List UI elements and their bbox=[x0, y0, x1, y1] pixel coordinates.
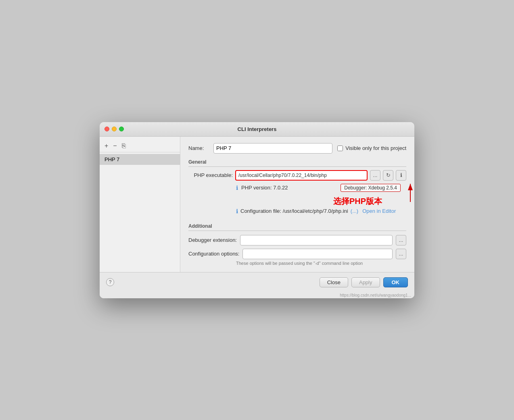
php-executable-label: PHP executable: bbox=[188, 172, 233, 178]
name-row: Name: Visible only for this project bbox=[188, 143, 406, 154]
php-executable-info-button[interactable]: ℹ bbox=[396, 170, 406, 181]
copy-interpreter-button[interactable]: ⎘ bbox=[121, 142, 127, 150]
additional-section: Additional Debugger extension: ... Confi… bbox=[188, 223, 406, 266]
general-section-title: General bbox=[188, 159, 406, 167]
php-version-icon: ℹ bbox=[236, 185, 238, 191]
additional-section-title: Additional bbox=[188, 223, 406, 231]
general-section: General PHP executable: ... ↻ ℹ ℹ PHP ve… bbox=[188, 159, 406, 214]
traffic-lights bbox=[104, 127, 124, 131]
debugger-extension-input[interactable] bbox=[240, 235, 393, 245]
debugger-extension-label: Debugger extension: bbox=[188, 237, 237, 243]
debugger-extension-browse-button[interactable]: ... bbox=[396, 235, 406, 245]
php-executable-refresh-button[interactable]: ↻ bbox=[383, 170, 393, 181]
apply-button[interactable]: Apply bbox=[351, 277, 380, 287]
watermark: https://blog.csdn.net/u/wangyaodong1... bbox=[100, 292, 414, 298]
php-executable-browse-button[interactable]: ... bbox=[370, 170, 380, 181]
config-options-row: Configuration options: ... bbox=[188, 249, 406, 259]
name-label: Name: bbox=[188, 145, 209, 151]
help-button[interactable]: ? bbox=[106, 278, 114, 286]
footer-right: Close Apply OK bbox=[320, 277, 408, 287]
hint-text: These options will be passed using the "… bbox=[188, 261, 406, 266]
sidebar-toolbar: + − ⎘ bbox=[100, 140, 180, 152]
visible-only-container: Visible only for this project bbox=[337, 145, 406, 151]
watermark-text: https://blog.csdn.net/u/wangyaodong1... bbox=[340, 293, 411, 297]
annotation-chinese-text: 选择PHP版本 bbox=[333, 196, 382, 207]
dialog-footer: ? Close Apply OK bbox=[100, 272, 414, 292]
close-button[interactable]: Close bbox=[320, 277, 348, 287]
name-input[interactable] bbox=[213, 143, 332, 154]
annotation-container: 选择PHP版本 bbox=[188, 192, 406, 216]
php-executable-input[interactable] bbox=[235, 170, 368, 181]
config-options-input[interactable] bbox=[242, 249, 393, 259]
titlebar: CLI Interpreters bbox=[100, 122, 414, 137]
debugger-extension-row: Debugger extension: ... bbox=[188, 235, 406, 245]
dialog-title: CLI Interpreters bbox=[238, 126, 277, 132]
minimize-button[interactable] bbox=[112, 127, 117, 131]
ok-button[interactable]: OK bbox=[383, 277, 408, 287]
dialog-body: + − ⎘ PHP 7 Name: Visible only for this … bbox=[100, 137, 414, 272]
sidebar-item-label: PHP 7 bbox=[104, 156, 119, 162]
config-options-browse-button[interactable]: ... bbox=[396, 249, 406, 259]
php-executable-row: PHP executable: ... ↻ ℹ bbox=[188, 170, 406, 181]
cli-interpreters-dialog: CLI Interpreters + − ⎘ PHP 7 Name: Visib… bbox=[100, 122, 414, 298]
sidebar: + − ⎘ PHP 7 bbox=[100, 137, 180, 272]
main-panel: Name: Visible only for this project Gene… bbox=[180, 137, 414, 272]
config-options-label: Configuration options: bbox=[188, 251, 239, 257]
visible-only-label: Visible only for this project bbox=[345, 145, 406, 151]
php-version-text: PHP version: 7.0.22 bbox=[241, 185, 288, 191]
footer-left: ? bbox=[106, 278, 114, 286]
visible-only-checkbox[interactable] bbox=[337, 146, 343, 151]
annotation-arrow-svg bbox=[386, 180, 414, 204]
add-interpreter-button[interactable]: + bbox=[104, 142, 109, 150]
close-button[interactable] bbox=[104, 127, 109, 131]
maximize-button[interactable] bbox=[119, 127, 124, 131]
remove-interpreter-button[interactable]: − bbox=[112, 142, 117, 150]
sidebar-item-php7[interactable]: PHP 7 bbox=[100, 154, 180, 165]
